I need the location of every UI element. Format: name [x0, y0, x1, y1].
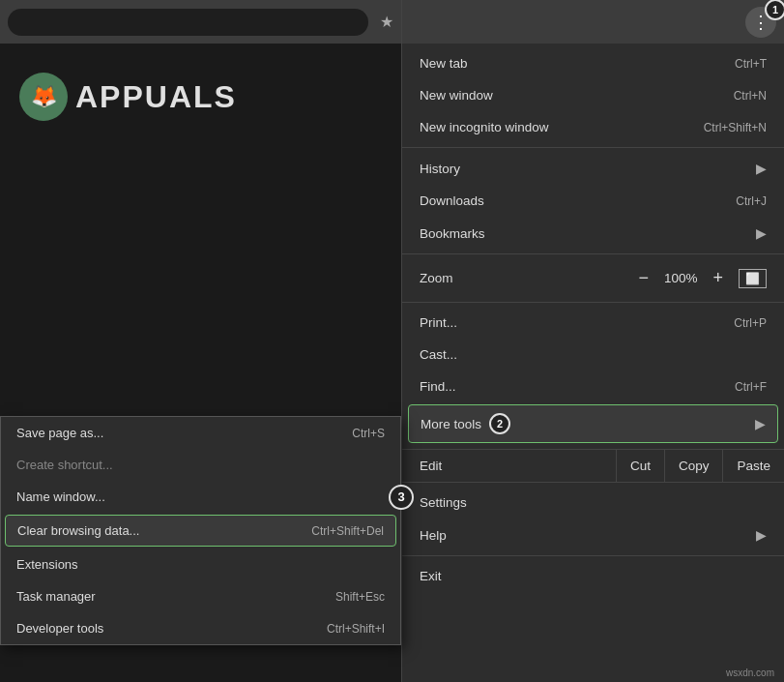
edit-row: Edit Cut Copy Paste — [402, 450, 784, 483]
chrome-menu-header: ⋮ 1 — [402, 0, 784, 44]
more-tools-submenu: Save page as... Ctrl+S Create shortcut..… — [0, 416, 401, 645]
menu-section-settings: Settings Help ▶ — [402, 483, 784, 556]
submenu-item-developer-tools[interactable]: Developer tools Ctrl+Shift+I — [1, 612, 400, 644]
zoom-in-button[interactable]: + — [707, 266, 729, 290]
step-badge-1: 1 — [765, 0, 784, 20]
menu-item-bookmarks[interactable]: Bookmarks ▶ — [402, 217, 784, 250]
submenu-item-create-shortcut[interactable]: Create shortcut... — [1, 449, 400, 481]
chrome-context-menu: ⋮ 1 New tab Ctrl+T New window Ctrl+N New… — [401, 0, 784, 682]
submenu-item-task-manager[interactable]: Task manager Shift+Esc — [1, 580, 400, 612]
site-logo-text: APPUALS — [75, 79, 237, 115]
cut-button[interactable]: Cut — [616, 450, 664, 482]
menu-item-print[interactable]: Print... Ctrl+P — [402, 307, 784, 339]
site-logo: 🦊 APPUALS — [19, 73, 382, 121]
menu-item-new-window[interactable]: New window Ctrl+N — [402, 79, 784, 111]
menu-item-cast[interactable]: Cast... — [402, 339, 784, 371]
menu-section-new: New tab Ctrl+T New window Ctrl+N New inc… — [402, 44, 784, 148]
bookmark-star-icon[interactable]: ★ — [380, 13, 393, 31]
menu-section-tools: Print... Ctrl+P Cast... Find... Ctrl+F M… — [402, 303, 784, 450]
menu-section-exit: Exit — [402, 556, 784, 596]
browser-toolbar: ★ — [0, 0, 401, 44]
menu-section-zoom: Zoom − 100% + ⬜ — [402, 254, 784, 303]
menu-item-more-tools[interactable]: More tools 2 ▶ — [408, 404, 778, 443]
step-badge-2: 2 — [489, 413, 510, 434]
menu-section-nav: History ▶ Downloads Ctrl+J Bookmarks ▶ — [402, 148, 784, 254]
watermark: wsxdn.com — [726, 667, 774, 678]
edit-label[interactable]: Edit — [402, 450, 616, 482]
submenu-item-save-page[interactable]: Save page as... Ctrl+S — [1, 417, 400, 449]
zoom-controls: − 100% + ⬜ — [632, 266, 767, 290]
menu-item-new-tab[interactable]: New tab Ctrl+T — [402, 47, 784, 79]
menu-item-settings[interactable]: Settings — [402, 487, 784, 519]
menu-item-help[interactable]: Help ▶ — [402, 519, 784, 551]
site-logo-image: 🦊 — [19, 73, 68, 121]
website-content: 🦊 APPUALS — [0, 44, 401, 150]
zoom-value: 100% — [664, 271, 698, 285]
submenu-item-extensions[interactable]: Extensions — [1, 549, 400, 580]
menu-item-exit[interactable]: Exit — [402, 560, 784, 592]
submenu-item-name-window[interactable]: Name window... 3 — [1, 481, 400, 513]
zoom-out-button[interactable]: − — [632, 266, 654, 290]
address-bar[interactable] — [8, 9, 368, 36]
menu-item-find[interactable]: Find... Ctrl+F — [402, 371, 784, 402]
fullscreen-button[interactable]: ⬜ — [739, 269, 767, 288]
menu-item-history[interactable]: History ▶ — [402, 152, 784, 185]
zoom-row: Zoom − 100% + ⬜ — [402, 258, 784, 298]
step-badge-3: 3 — [389, 485, 414, 510]
menu-item-new-incognito[interactable]: New incognito window Ctrl+Shift+N — [402, 111, 784, 143]
menu-item-downloads[interactable]: Downloads Ctrl+J — [402, 185, 784, 217]
submenu-item-clear-browsing[interactable]: Clear browsing data... Ctrl+Shift+Del — [5, 515, 396, 547]
copy-button[interactable]: Copy — [664, 450, 723, 482]
paste-button[interactable]: Paste — [722, 450, 784, 482]
